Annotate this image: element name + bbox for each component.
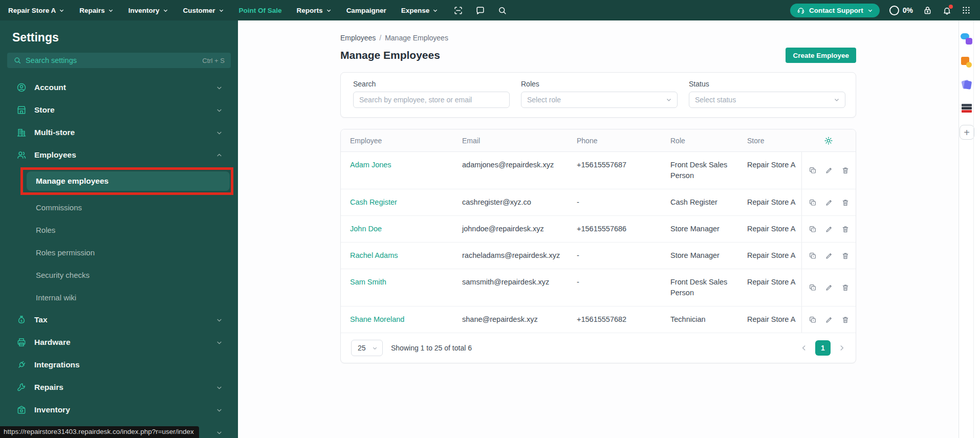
delete-icon[interactable] <box>841 199 850 207</box>
column-header-role: Role <box>670 137 747 145</box>
employee-name-link[interactable]: Shane Moreland <box>350 315 404 323</box>
submenu-item-roles[interactable]: Roles <box>0 218 238 241</box>
nav-campaigner[interactable]: Campaigner <box>346 7 386 14</box>
submenu-item-label: Commissions <box>36 203 82 212</box>
employee-phone: - <box>577 189 670 215</box>
top-navbar: Repair Store A Repairs Inventory Custome… <box>0 0 980 20</box>
breadcrumb-employees-link[interactable]: Employees <box>340 34 376 42</box>
duplicate-icon[interactable] <box>809 316 817 324</box>
nav-expense[interactable]: Expense <box>401 7 439 14</box>
submenu-item-internal-wiki[interactable]: Internal wiki <box>0 286 238 309</box>
next-page-icon[interactable] <box>838 344 845 352</box>
page-size-select[interactable]: 25 <box>351 340 383 356</box>
settings-search[interactable]: Ctrl + S <box>7 53 231 68</box>
lock-icon[interactable] <box>923 6 932 15</box>
role-select[interactable]: Select role <box>521 92 678 108</box>
add-sidebar-app-button[interactable]: + <box>960 125 974 140</box>
table-row: Adam Jones adamjones@repairdesk.xyz +156… <box>341 152 856 189</box>
table-row: Cash Register cashregister@xyz.co - Cash… <box>341 189 856 216</box>
nav-store-selector[interactable]: Repair Store A <box>8 7 64 14</box>
hardware-icon <box>16 337 27 347</box>
sidebar-item-account[interactable]: Account <box>0 76 238 99</box>
copilot-app-icon[interactable] <box>961 79 973 91</box>
notifications-button[interactable] <box>942 6 952 15</box>
submenu-item-roles-permission[interactable]: Roles permission <box>0 241 238 264</box>
employee-name-link[interactable]: Rachel Adams <box>350 251 398 259</box>
employee-name-link[interactable]: John Doe <box>350 225 382 233</box>
sidebar-item-employees[interactable]: Employees <box>0 144 238 166</box>
chevron-down-icon <box>867 8 873 13</box>
storage-usage-indicator[interactable]: 0% <box>889 6 913 15</box>
contact-support-button[interactable]: Contact Support <box>790 4 880 17</box>
submenu-item-commissions[interactable]: Commissions <box>0 196 238 218</box>
edit-icon[interactable] <box>825 252 833 260</box>
employee-role: Front Desk Sales Person <box>670 269 747 306</box>
annotation-highlight-box: Manage employees <box>20 167 233 195</box>
delete-icon[interactable] <box>841 283 850 292</box>
column-settings-gear-icon[interactable] <box>824 136 833 145</box>
duplicate-icon[interactable] <box>809 283 817 292</box>
table-header: Employee Email Phone Role Store <box>341 129 856 152</box>
nav-inventory[interactable]: Inventory <box>128 7 168 14</box>
row-actions <box>801 306 856 333</box>
sidebar-item-multi-store[interactable]: Multi-store <box>0 121 238 144</box>
current-page-button[interactable]: 1 <box>815 340 831 356</box>
notification-dot <box>949 5 953 9</box>
sidebar-item-repairs[interactable]: Repairs <box>0 376 238 399</box>
sidebar-item-label: Account <box>34 83 66 92</box>
apps-grid-icon[interactable] <box>962 6 971 15</box>
sidebar-item-integrations[interactable]: Integrations <box>0 354 238 376</box>
delete-icon[interactable] <box>841 316 850 324</box>
delete-icon[interactable] <box>841 166 850 174</box>
nav-reports[interactable]: Reports <box>297 7 332 14</box>
sidebar-item-tax[interactable]: $ Tax <box>0 309 238 331</box>
create-employee-button[interactable]: Create Employee <box>786 48 856 63</box>
employee-name-link[interactable]: Adam Jones <box>350 161 391 169</box>
edit-icon[interactable] <box>825 199 833 207</box>
delete-icon[interactable] <box>841 252 850 260</box>
integrations-icon <box>16 360 27 370</box>
edit-icon[interactable] <box>825 225 833 233</box>
sidebar-item-label: Integrations <box>34 360 80 369</box>
nav-point-of-sale[interactable]: Point Of Sale <box>239 7 282 14</box>
chat-icon[interactable] <box>475 6 485 15</box>
row-actions <box>801 216 856 242</box>
duplicate-icon[interactable] <box>809 199 817 207</box>
nav-repairs[interactable]: Repairs <box>79 7 114 14</box>
previous-page-icon[interactable] <box>800 344 808 352</box>
employee-search-input[interactable] <box>353 92 510 108</box>
settings-search-input[interactable] <box>26 56 198 64</box>
reading-list-app-icon[interactable] <box>961 102 973 114</box>
nav-customer[interactable]: Customer <box>183 7 224 14</box>
nav-label: Campaigner <box>346 7 386 14</box>
table-footer: 25 Showing 1 to 25 of total 6 1 <box>341 333 856 363</box>
edit-icon[interactable] <box>825 166 833 174</box>
duplicate-icon[interactable] <box>809 166 817 174</box>
employee-phone: +15615557687 <box>577 152 670 189</box>
submenu-item-manage-employees[interactable]: Manage employees <box>27 171 230 191</box>
shapes-app-icon[interactable] <box>961 56 973 68</box>
nav-label: Repairs <box>79 7 105 14</box>
employee-name-link[interactable]: Cash Register <box>350 198 397 206</box>
chevron-down-icon <box>216 107 223 114</box>
delete-icon[interactable] <box>841 225 850 233</box>
contact-support-label: Contact Support <box>809 7 863 14</box>
status-select[interactable]: Select status <box>689 92 845 108</box>
scan-icon[interactable] <box>453 6 463 15</box>
status-url-tooltip: https://repairstore31403.repairdesk.co/i… <box>0 426 199 438</box>
sidebar-item-store[interactable]: Store <box>0 99 238 121</box>
search-icon[interactable] <box>497 6 507 15</box>
sidebar-item-inventory[interactable]: Inventory <box>0 399 238 421</box>
employee-name-link[interactable]: Sam Smith <box>350 278 386 286</box>
duplicate-icon[interactable] <box>809 225 817 233</box>
chevron-down-icon <box>216 317 223 323</box>
edit-icon[interactable] <box>825 283 833 292</box>
duplicate-icon[interactable] <box>809 252 817 260</box>
employee-store: Repair Store A <box>747 189 801 215</box>
chat-app-icon[interactable] <box>961 33 973 45</box>
submenu-item-security-checks[interactable]: Security checks <box>0 264 238 286</box>
search-filter-label: Search <box>353 80 510 88</box>
edit-icon[interactable] <box>825 316 833 324</box>
sidebar-item-hardware[interactable]: Hardware <box>0 331 238 354</box>
submenu-item-label: Manage employees <box>36 177 108 186</box>
